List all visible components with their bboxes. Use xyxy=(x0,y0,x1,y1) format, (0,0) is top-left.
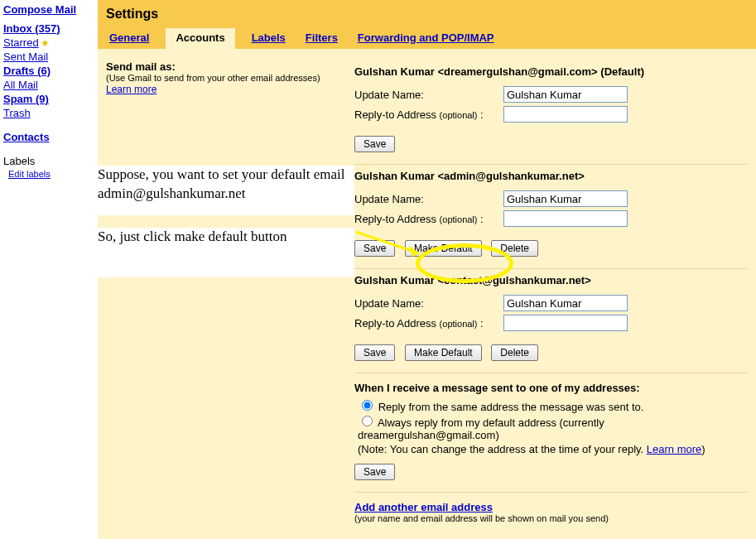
reply-option-default[interactable]: Always reply from my default address (cu… xyxy=(358,413,748,441)
sidebar-item-contacts[interactable]: Contacts xyxy=(3,131,50,143)
sidebar-item-inbox[interactable]: Inbox (357) xyxy=(3,22,60,35)
learn-more-link[interactable]: Learn more xyxy=(106,84,156,95)
update-name-input[interactable] xyxy=(503,86,628,103)
update-name-label: Update Name: xyxy=(354,193,503,205)
address-block: Gulshan Kumar <contact@gulshankumar.net>… xyxy=(354,269,748,373)
settings-panel: Settings General Accounts Labels Filters… xyxy=(98,0,756,539)
send-mail-as-sub: (Use Gmail to send from your other email… xyxy=(106,73,346,83)
reply-option-same[interactable]: Reply from the same address the message … xyxy=(358,397,748,413)
reply-behaviour-heading: When I receive a message sent to one of … xyxy=(354,382,748,394)
make-default-button[interactable]: Make Default xyxy=(405,240,482,257)
delete-button[interactable]: Delete xyxy=(491,240,538,257)
save-button[interactable]: Save xyxy=(354,464,395,480)
save-button[interactable]: Save xyxy=(354,344,395,361)
address-title: Gulshan Kumar <dreamergulshan@gmail.com>… xyxy=(354,65,748,78)
address-block: Gulshan Kumar <dreamergulshan@gmail.com>… xyxy=(354,60,748,165)
reply-to-input[interactable] xyxy=(503,106,628,123)
edit-labels-link[interactable]: Edit labels xyxy=(8,169,51,179)
reply-to-label: Reply-to Address (optional) : xyxy=(354,213,503,225)
save-button[interactable]: Save xyxy=(354,240,395,257)
reply-to-input[interactable] xyxy=(503,315,628,331)
add-another-email-link[interactable]: Add another email address xyxy=(354,501,493,513)
tab-labels[interactable]: Labels xyxy=(248,28,289,49)
update-name-input[interactable] xyxy=(503,295,628,311)
star-icon: ★ xyxy=(41,37,50,49)
add-another-sub: (your name and email address will be sho… xyxy=(354,513,748,523)
add-another-section: Add another email address (your name and… xyxy=(354,493,748,523)
tab-accounts[interactable]: Accounts xyxy=(166,28,234,49)
tab-filters[interactable]: Filters xyxy=(302,28,341,49)
update-name-label: Update Name: xyxy=(354,89,503,101)
reply-option-same-label: Reply from the same address the message … xyxy=(378,401,644,413)
page-title: Settings xyxy=(106,3,748,28)
annotation-text: Suppose, you want to set your default em… xyxy=(98,166,354,215)
reply-radio-default[interactable] xyxy=(362,416,373,426)
send-mail-as-heading: Send mail as: xyxy=(106,60,346,73)
reply-radio-same[interactable] xyxy=(362,400,373,411)
reply-behaviour-section: When I receive a message sent to one of … xyxy=(354,373,748,493)
address-title: Gulshan Kumar <admin@gulshankumar.net> xyxy=(354,170,748,182)
address-title: Gulshan Kumar <contact@gulshankumar.net> xyxy=(354,274,748,286)
reply-option-default-label: Always reply from my default address (cu… xyxy=(358,416,604,441)
sidebar-item-spam[interactable]: Spam (9) xyxy=(3,93,49,105)
annotation-text: So, just click make default button xyxy=(98,228,354,277)
sidebar-labels-heading: Labels xyxy=(3,155,94,167)
learn-more-link[interactable]: Learn more xyxy=(647,443,701,455)
sidebar-item-trash[interactable]: Trash xyxy=(3,107,31,119)
tab-general[interactable]: General xyxy=(106,28,152,49)
sidebar-item-allmail[interactable]: All Mail xyxy=(3,79,38,91)
sidebar-item-starred[interactable]: Starred xyxy=(3,36,39,49)
save-button[interactable]: Save xyxy=(354,136,395,152)
sidebar: Compose Mail Inbox (357) Starred★ Sent M… xyxy=(0,0,98,539)
make-default-button[interactable]: Make Default xyxy=(405,344,482,361)
reply-to-label: Reply-to Address (optional) : xyxy=(354,317,503,330)
sidebar-item-drafts[interactable]: Drafts (6) xyxy=(3,65,51,77)
settings-tabs: General Accounts Labels Filters Forwardi… xyxy=(106,28,748,49)
compose-mail-link[interactable]: Compose Mail xyxy=(3,3,76,16)
sidebar-item-sent[interactable]: Sent Mail xyxy=(3,51,48,63)
tab-forwarding[interactable]: Forwarding and POP/IMAP xyxy=(354,28,498,49)
update-name-label: Update Name: xyxy=(354,297,503,310)
reply-to-input[interactable] xyxy=(503,210,628,227)
reply-to-label: Reply-to Address (optional) : xyxy=(354,108,503,121)
address-block: Gulshan Kumar <admin@gulshankumar.net> U… xyxy=(354,165,748,269)
update-name-input[interactable] xyxy=(503,190,628,207)
delete-button[interactable]: Delete xyxy=(491,344,538,361)
reply-note: (Note: You can change the address at the… xyxy=(358,443,748,455)
